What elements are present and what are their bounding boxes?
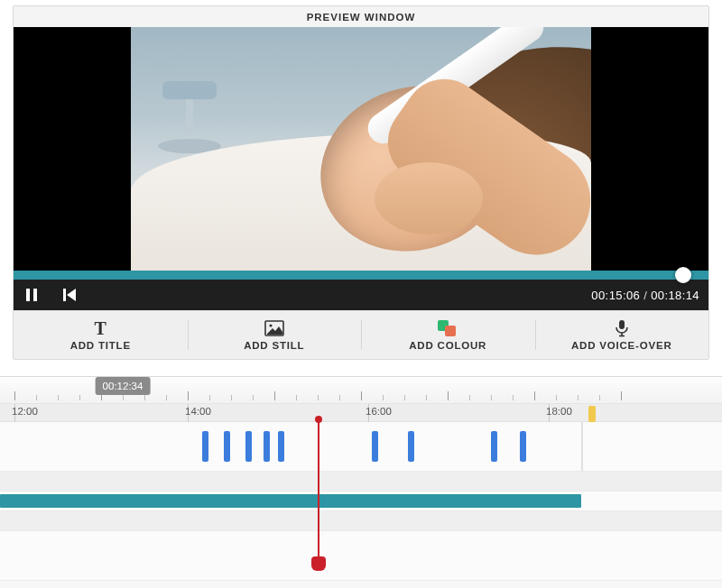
spacer-track-1 (0, 472, 722, 492)
seek-knob[interactable] (675, 267, 691, 283)
seek-bar[interactable] (14, 271, 708, 280)
timeline-hour-labels: 12:0014:0016:0018:00 (0, 404, 722, 422)
timeline-marker[interactable] (278, 431, 284, 462)
skip-to-start-icon (63, 289, 76, 301)
pause-icon (26, 289, 37, 301)
timeline-tracks (0, 422, 722, 581)
image-icon (264, 319, 284, 337)
timeline-marker[interactable] (224, 431, 230, 462)
video-area (14, 27, 708, 280)
playback-controls: 00:15:06/00:18:14 (14, 280, 708, 310)
add-colour-label: ADD COLOUR (409, 340, 486, 351)
title-icon: T (90, 319, 110, 337)
timeline-ruler[interactable]: 00:12:34 (0, 377, 722, 404)
add-still-label: ADD STILL (244, 340, 304, 351)
pause-button[interactable] (23, 286, 41, 304)
video-still-illustration (131, 27, 591, 280)
timeline-marker[interactable] (245, 431, 252, 462)
svg-rect-2 (619, 320, 625, 329)
timeline-marker[interactable] (491, 431, 497, 462)
add-voiceover-label: ADD VOICE-OVER (571, 340, 672, 351)
video-frame[interactable] (131, 27, 591, 280)
hour-label: 14:00 (185, 406, 211, 417)
microphone-icon (612, 319, 632, 337)
timeline-marker[interactable] (408, 431, 414, 462)
rewind-button[interactable] (60, 286, 79, 304)
time-current: 00:15:06 (591, 289, 640, 302)
timeline-marker[interactable] (520, 431, 526, 462)
timeline-marker[interactable] (264, 431, 270, 462)
add-title-button[interactable]: T ADD TITLE (14, 311, 188, 359)
audio-track[interactable] (0, 531, 722, 581)
timecode-tooltip: 00:12:34 (96, 377, 151, 395)
timeline-marker[interactable] (372, 431, 378, 462)
video-clip[interactable] (0, 494, 581, 508)
insert-toolbar: T ADD TITLE ADD STILL ADD COLOUR ADD VOI… (14, 310, 708, 359)
add-title-label: ADD TITLE (70, 340, 131, 351)
add-still-button[interactable]: ADD STILL (188, 311, 362, 359)
hour-label: 16:00 (366, 406, 392, 417)
time-display: 00:15:06/00:18:14 (591, 289, 699, 302)
add-voiceover-button[interactable]: ADD VOICE-OVER (535, 311, 709, 359)
preview-panel: PREVIEW WINDOW 00:15:06/00:18:14 (13, 5, 709, 360)
marker-track[interactable] (0, 422, 722, 472)
preview-title: PREVIEW WINDOW (14, 6, 708, 27)
hour-label: 12:00 (12, 406, 38, 417)
hour-label: 18:00 (546, 406, 572, 417)
timeline-marker[interactable] (202, 431, 208, 462)
colour-swatch-icon (438, 319, 458, 337)
timeline-panel: 00:12:34 12:0014:0016:0018:00 (0, 376, 722, 588)
svg-point-1 (269, 324, 272, 326)
playhead-handle[interactable] (311, 556, 326, 571)
time-total: 00:18:14 (651, 289, 699, 302)
video-track[interactable] (0, 492, 722, 511)
marker-chip[interactable] (588, 406, 596, 422)
spacer-track-2 (0, 511, 722, 531)
playhead[interactable] (318, 418, 319, 558)
add-colour-button[interactable]: ADD COLOUR (361, 311, 535, 359)
